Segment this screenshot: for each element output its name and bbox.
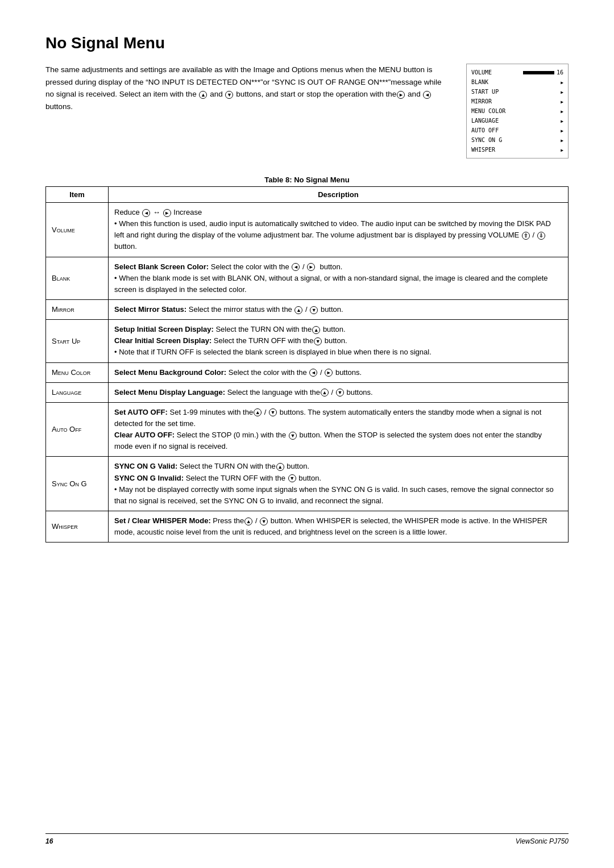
item-menucolor: Menu Color <box>46 362 109 382</box>
menu-row-menucolor: MENU COLOR <box>471 106 563 116</box>
menu-row-syncong: SYNC ON G <box>471 135 563 145</box>
down-icon8: ▼ <box>288 474 296 482</box>
table-row: Menu Color Select Menu Background Color:… <box>46 362 569 382</box>
desc-whisper: Set / Clear WHISPER Mode: Press the▲ / ▼… <box>109 511 569 542</box>
down-icon9: ▼ <box>260 518 268 525</box>
down-icon7b: ▼ <box>289 432 297 440</box>
col-header-description: Description <box>109 187 569 203</box>
no-signal-menu-table: Item Description Volume Reduce ◄ ↔ ► Inc… <box>45 186 569 542</box>
intro-section: The same adjustments and settings are av… <box>45 64 569 158</box>
down-icon7: ▼ <box>269 408 277 416</box>
page-title: No Signal Menu <box>45 34 569 52</box>
right-btn-icon: ► <box>397 91 405 99</box>
menu-item-volume: VOLUME <box>471 68 492 77</box>
desc-mirror: Select Mirror Status: Select the mirror … <box>109 299 569 319</box>
down-circle-icon: ⇩ <box>537 232 545 240</box>
desc-syncong: SYNC ON G Valid: Select the TURN ON with… <box>109 457 569 511</box>
mirror-arrow-icon <box>561 97 563 106</box>
vol-bar-fill <box>523 71 554 74</box>
vol-value: 16 <box>557 68 563 77</box>
page-footer: 16 ViewSonic PJ750 <box>45 833 569 845</box>
menu-item-startup: START UP <box>471 87 499 97</box>
blank-arrow-icon <box>561 77 563 87</box>
menu-item-blank: BLANK <box>471 77 488 87</box>
menu-row-whisper: WHISPER <box>471 145 563 155</box>
item-mirror: Mirror <box>46 299 109 319</box>
menu-item-language: LANGUAGE <box>471 116 499 126</box>
col-header-item: Item <box>46 187 109 203</box>
menu-screenshot: VOLUME 16 BLANK START UP MIRROR MENU COL… <box>466 64 569 158</box>
footer-product: ViewSonic PJ750 <box>516 837 569 845</box>
left-icon5: ◄ <box>309 369 317 377</box>
menu-item-autooff: AUTO OFF <box>471 126 499 135</box>
menu-row-autooff: AUTO OFF <box>471 126 563 135</box>
table-row: Blank Select Blank Screen Color: Select … <box>46 257 569 299</box>
desc-blank: Select Blank Screen Color: Select the co… <box>109 257 569 299</box>
down-icon4: ▼ <box>314 337 322 345</box>
up-circle-icon: ⇧ <box>522 232 530 240</box>
syncong-arrow-icon <box>561 135 563 145</box>
table-row: Auto Off Set AUTO OFF: Set 1-99 minutes … <box>46 402 569 457</box>
whisper-arrow-icon <box>561 145 563 155</box>
desc-startup: Setup Initial Screen Display: Select the… <box>109 320 569 362</box>
menucolor-arrow-icon <box>561 106 563 116</box>
item-blank: Blank <box>46 257 109 299</box>
language-arrow-icon <box>561 116 563 126</box>
startup-arrow-icon <box>561 87 563 97</box>
item-whisper: Whisper <box>46 511 109 542</box>
table-row: Language Select Menu Display Language: S… <box>46 382 569 402</box>
footer-page-number: 16 <box>45 837 53 845</box>
menu-row-volume: VOLUME 16 <box>471 68 563 77</box>
table-caption: Table 8: No Signal Menu <box>45 176 569 184</box>
up-icon3: ▲ <box>294 306 302 314</box>
up-btn-icon: ▲ <box>199 91 207 99</box>
menu-item-whisper: WHISPER <box>471 145 495 155</box>
autooff-arrow-icon <box>561 126 563 135</box>
down-icon3: ▼ <box>310 306 318 314</box>
table-row: Start Up Setup Initial Screen Display: S… <box>46 320 569 362</box>
table-row: Sync On G SYNC ON G Valid: Select the TU… <box>46 457 569 511</box>
up-icon9: ▲ <box>244 518 252 525</box>
down-btn-icon: ▼ <box>225 91 233 99</box>
item-volume: Volume <box>46 203 109 257</box>
menu-row-language: LANGUAGE <box>471 116 563 126</box>
menu-row-mirror: MIRROR <box>471 97 563 106</box>
up-icon4: ▲ <box>312 326 320 334</box>
right-icon: ► <box>163 209 171 217</box>
table-section: Table 8: No Signal Menu Item Description… <box>45 176 569 542</box>
menu-item-syncong: SYNC ON G <box>471 135 502 145</box>
up-icon6: ▲ <box>321 389 329 397</box>
up-icon7: ▲ <box>254 408 262 416</box>
vol-bar: 16 <box>523 68 563 77</box>
menu-item-mirror: MIRROR <box>471 97 492 106</box>
item-syncong: Sync On G <box>46 457 109 511</box>
right-icon5: ► <box>325 369 333 377</box>
item-startup: Start Up <box>46 320 109 362</box>
right-icon2: ► <box>307 263 315 271</box>
table-row: Volume Reduce ◄ ↔ ► Increase • When this… <box>46 203 569 257</box>
left-icon2: ◄ <box>292 263 300 271</box>
down-icon6: ▼ <box>336 389 344 397</box>
item-autooff: Auto Off <box>46 402 109 457</box>
left-icon: ◄ <box>142 209 150 217</box>
desc-language: Select Menu Display Language: Select the… <box>109 382 569 402</box>
desc-autooff: Set AUTO OFF: Set 1-99 minutes with the▲… <box>109 402 569 457</box>
menu-row-blank: BLANK <box>471 77 563 87</box>
item-language: Language <box>46 382 109 402</box>
intro-text: The same adjustments and settings are av… <box>45 64 449 158</box>
menu-item-menucolor: MENU COLOR <box>471 106 505 116</box>
table-header-row: Item Description <box>46 187 569 203</box>
left-btn-icon: ◄ <box>423 91 431 99</box>
table-row: Whisper Set / Clear WHISPER Mode: Press … <box>46 511 569 542</box>
table-row: Mirror Select Mirror Status: Select the … <box>46 299 569 319</box>
desc-menucolor: Select Menu Background Color: Select the… <box>109 362 569 382</box>
up-icon8: ▲ <box>276 463 284 471</box>
menu-row-startup: START UP <box>471 87 563 97</box>
desc-volume: Reduce ◄ ↔ ► Increase • When this functi… <box>109 203 569 257</box>
